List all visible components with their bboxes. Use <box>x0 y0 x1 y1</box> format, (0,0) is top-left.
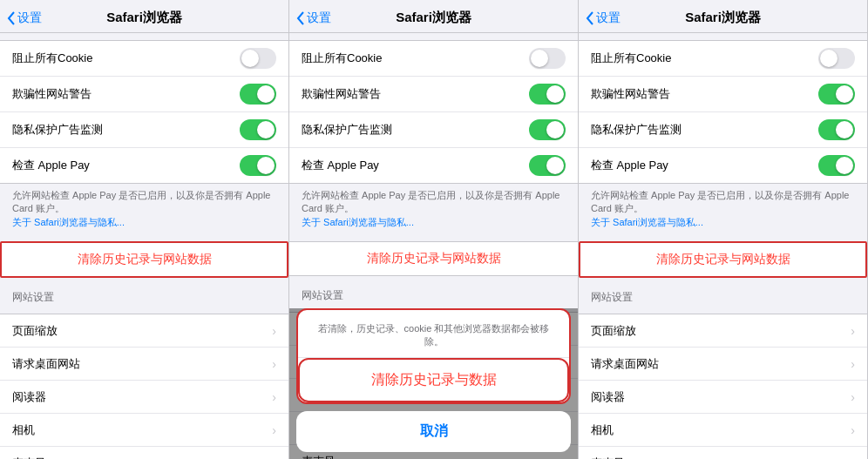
clear-history-button-2[interactable]: 清除历史记录与网站数据 <box>289 242 578 275</box>
nav-title-1: Safari浏览器 <box>106 10 182 26</box>
desc-link-3[interactable]: 关于 Safari浏览器与隐私... <box>591 217 703 227</box>
toggle-row-applepay-2[interactable]: 检查 Apple Pay <box>289 148 578 183</box>
nav-row-mic-3[interactable]: 麦克风 › <box>579 447 867 459</box>
nav-rows-group-3: 页面缩放 › 请求桌面网站 › 阅读器 › 相机 › 麦克风 › 位置 › <box>579 314 867 459</box>
toggle-row-privacy-3[interactable]: 隐私保护广告监测 <box>579 112 867 148</box>
fraud-label-1: 欺骗性网站警告 <box>12 86 92 102</box>
nav-row-reader-3[interactable]: 阅读器 › <box>579 381 867 414</box>
chevron-zoom-3: › <box>851 324 855 338</box>
desc-link-2[interactable]: 关于 Safari浏览器与隐私... <box>302 217 414 227</box>
back-label-3: 设置 <box>596 10 620 26</box>
cookie-toggle-1[interactable] <box>240 48 276 69</box>
chevron-zoom-1: › <box>272 324 276 338</box>
content-1: 阻止所有Cookie 欺骗性网站警告 隐私保护广告监测 检查 Apple Pay… <box>0 33 288 459</box>
desc-link-1[interactable]: 关于 Safari浏览器与隐私... <box>12 217 125 227</box>
dialog-overlay-2: 若清除，历史记录、cookie 和其他浏览器数据都会被移除。 清除历史记录与数据… <box>289 308 578 459</box>
privacy-label-1: 隐私保护广告监测 <box>12 122 103 138</box>
back-label-1: 设置 <box>17 10 42 26</box>
chevron-desktop-1: › <box>272 357 276 371</box>
toggle-row-fraud-3[interactable]: 欺骗性网站警告 <box>579 77 867 112</box>
fraud-toggle-2[interactable] <box>529 84 566 105</box>
chevron-desktop-3: › <box>851 357 855 371</box>
nav-row-reader-1[interactable]: 阅读器 › <box>0 381 288 414</box>
toggle-row-fraud-1[interactable]: 欺骗性网站警告 <box>0 77 288 112</box>
nav-row-zoom-1[interactable]: 页面缩放 › <box>0 314 288 348</box>
toggle-row-applepay-1[interactable]: 检查 Apple Pay <box>0 148 288 183</box>
fraud-toggle-1[interactable] <box>240 84 276 105</box>
chevron-reader-3: › <box>851 390 855 404</box>
desc-1: 允许网站检查 Apple Pay 是否已启用，以及你是否拥有 Apple Car… <box>0 184 288 234</box>
nav-bar-2: 设置 Safari浏览器 <box>289 0 578 33</box>
content-3: 阻止所有Cookie 欺骗性网站警告 隐私保护广告监测 检查 Apple Pay… <box>579 33 867 459</box>
nav-row-desktop-1[interactable]: 请求桌面网站 › <box>0 348 288 381</box>
toggle-group-1: 阻止所有Cookie 欺骗性网站警告 隐私保护广告监测 检查 Apple Pay <box>0 40 288 184</box>
dialog-cancel-button-2[interactable]: 取消 <box>296 411 571 452</box>
back-button-1[interactable]: 设置 <box>7 10 42 26</box>
applepay-toggle-2[interactable] <box>529 155 566 176</box>
privacy-toggle-1[interactable] <box>240 119 276 140</box>
clear-btn-container-3: 清除历史记录与网站数据 <box>579 241 867 278</box>
privacy-toggle-2[interactable] <box>529 119 566 140</box>
section-label-website-1: 网站设置 <box>0 285 288 307</box>
cookie-toggle-3[interactable] <box>818 48 855 69</box>
cookie-toggle-2[interactable] <box>529 48 566 69</box>
nav-row-camera-1[interactable]: 相机 › <box>0 414 288 447</box>
privacy-toggle-3[interactable] <box>818 119 855 140</box>
cookie-label-1: 阻止所有Cookie <box>12 51 92 66</box>
chevron-camera-3: › <box>851 423 855 437</box>
toggle-row-cookie-3[interactable]: 阻止所有Cookie <box>579 41 867 77</box>
clear-btn-container-2: 清除历史记录与网站数据 <box>289 241 578 276</box>
toggle-row-privacy-2[interactable]: 隐私保护广告监测 <box>289 112 578 148</box>
panel-3: 设置 Safari浏览器 阻止所有Cookie 欺骗性网站警告 隐私保护广告监测… <box>579 0 868 459</box>
nav-row-desktop-3[interactable]: 请求桌面网站 › <box>579 348 867 381</box>
nav-bar-3: 设置 Safari浏览器 <box>579 0 867 33</box>
nav-row-zoom-3[interactable]: 页面缩放 › <box>579 314 867 348</box>
clear-history-button-1[interactable]: 清除历史记录与网站数据 <box>2 243 287 276</box>
nav-row-mic-1[interactable]: 麦克风 › <box>0 447 288 459</box>
panel-2: 设置 Safari浏览器 阻止所有Cookie 欺骗性网站警告 隐私保护广告监测… <box>289 0 579 459</box>
clear-history-button-3[interactable]: 清除历史记录与网站数据 <box>580 243 865 276</box>
dialog-confirm-button-2[interactable]: 清除历史记录与数据 <box>298 358 569 402</box>
applepay-label-1: 检查 Apple Pay <box>12 158 90 173</box>
nav-title-3: Safari浏览器 <box>685 10 761 26</box>
section-label-website-2: 网站设置 <box>289 283 578 305</box>
back-button-3[interactable]: 设置 <box>586 10 620 26</box>
chevron-camera-1: › <box>272 423 276 437</box>
toggle-row-privacy-1[interactable]: 隐私保护广告监测 <box>0 112 288 148</box>
clear-btn-container-1: 清除历史记录与网站数据 <box>0 241 288 278</box>
toggle-row-applepay-3[interactable]: 检查 Apple Pay <box>579 148 867 183</box>
section-label-website-3: 网站设置 <box>579 285 867 307</box>
desc-2: 允许网站检查 Apple Pay 是否已启用，以及你是否拥有 Apple Car… <box>289 184 578 234</box>
toggle-group-3: 阻止所有Cookie 欺骗性网站警告 隐私保护广告监测 检查 Apple Pay <box>579 40 867 184</box>
toggle-group-2: 阻止所有Cookie 欺骗性网站警告 隐私保护广告监测 检查 Apple Pay <box>289 40 578 184</box>
nav-title-2: Safari浏览器 <box>396 10 471 26</box>
applepay-toggle-3[interactable] <box>818 155 855 176</box>
applepay-toggle-1[interactable] <box>240 155 276 176</box>
desc-3: 允许网站检查 Apple Pay 是否已启用，以及你是否拥有 Apple Car… <box>579 184 867 234</box>
back-button-2[interactable]: 设置 <box>296 10 331 26</box>
panel-1: 设置 Safari浏览器 阻止所有Cookie 欺骗性网站警告 隐私保护广告监测… <box>0 0 289 459</box>
nav-bar-1: 设置 Safari浏览器 <box>0 0 288 33</box>
fraud-toggle-3[interactable] <box>818 84 855 105</box>
toggle-row-cookie-2[interactable]: 阻止所有Cookie <box>289 41 578 77</box>
nav-rows-group-1: 页面缩放 › 请求桌面网站 › 阅读器 › 相机 › 麦克风 › 位置 › <box>0 314 288 459</box>
back-label-2: 设置 <box>307 10 331 26</box>
dialog-box-2: 若清除，历史记录、cookie 和其他浏览器数据都会被移除。 清除历史记录与数据 <box>296 308 571 404</box>
dialog-desc-2: 若清除，历史记录、cookie 和其他浏览器数据都会被移除。 <box>298 310 569 358</box>
toggle-row-cookie-1[interactable]: 阻止所有Cookie <box>0 41 288 77</box>
nav-row-camera-3[interactable]: 相机 › <box>579 414 867 447</box>
toggle-row-fraud-2[interactable]: 欺骗性网站警告 <box>289 77 578 112</box>
chevron-reader-1: › <box>272 390 276 404</box>
